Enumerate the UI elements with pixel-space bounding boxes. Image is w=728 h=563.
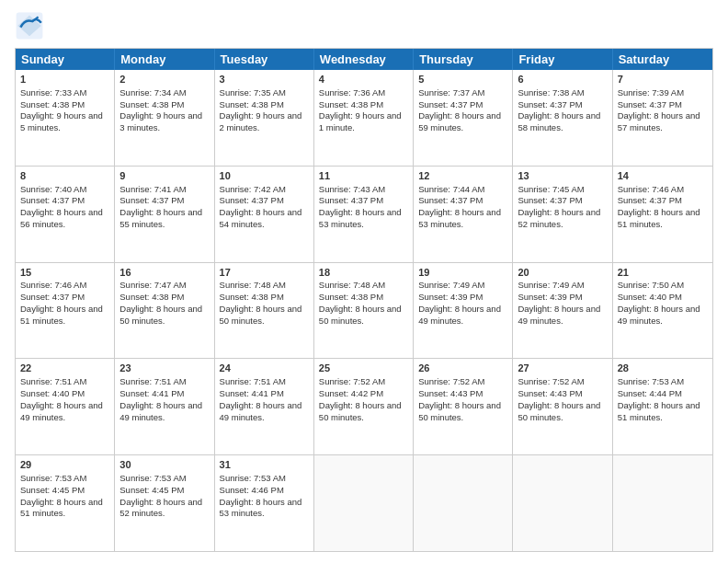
cell-sunset: Sunset: 4:37 PM bbox=[20, 292, 85, 302]
cell-day-number: 16 bbox=[119, 266, 209, 280]
cell-sunset: Sunset: 4:43 PM bbox=[518, 388, 582, 398]
logo bbox=[15, 11, 50, 40]
cell-sunrise: Sunrise: 7:43 AM bbox=[319, 184, 385, 194]
cell-sunset: Sunset: 4:38 PM bbox=[20, 99, 85, 109]
cell-daylight: Daylight: 9 hours and 3 minutes. bbox=[119, 110, 202, 132]
day-cell-31: 31Sunrise: 7:53 AMSunset: 4:46 PMDayligh… bbox=[215, 455, 314, 551]
cell-sunrise: Sunrise: 7:52 AM bbox=[418, 376, 484, 386]
cell-daylight: Daylight: 9 hours and 2 minutes. bbox=[220, 110, 302, 132]
page: SundayMondayTuesdayWednesdayThursdayFrid… bbox=[0, 0, 728, 563]
day-cell-13: 13Sunrise: 7:45 AMSunset: 4:37 PMDayligh… bbox=[513, 167, 612, 262]
cell-daylight: Daylight: 8 hours and 53 minutes. bbox=[319, 207, 402, 229]
day-header-monday: Monday bbox=[115, 49, 214, 70]
cell-day-number: 21 bbox=[618, 266, 708, 280]
cell-sunrise: Sunrise: 7:47 AM bbox=[119, 280, 186, 290]
cell-sunset: Sunset: 4:37 PM bbox=[618, 195, 682, 205]
day-cell-27: 27Sunrise: 7:52 AMSunset: 4:43 PMDayligh… bbox=[513, 359, 612, 454]
cell-sunrise: Sunrise: 7:39 AM bbox=[618, 87, 684, 98]
week-row-1: 8Sunrise: 7:40 AMSunset: 4:37 PMDaylight… bbox=[16, 167, 712, 263]
day-cell-2: 2Sunrise: 7:34 AMSunset: 4:38 PMDaylight… bbox=[115, 70, 214, 166]
cell-day-number: 5 bbox=[418, 73, 507, 86]
cell-daylight: Daylight: 8 hours and 52 minutes. bbox=[119, 497, 202, 519]
week-row-4: 29Sunrise: 7:53 AMSunset: 4:45 PMDayligh… bbox=[16, 455, 712, 551]
cell-day-number: 27 bbox=[518, 362, 607, 375]
cell-daylight: Daylight: 8 hours and 50 minutes. bbox=[119, 304, 202, 326]
cell-sunrise: Sunrise: 7:45 AM bbox=[518, 184, 584, 194]
cell-sunset: Sunset: 4:41 PM bbox=[220, 388, 284, 398]
cell-sunrise: Sunrise: 7:41 AM bbox=[119, 184, 186, 194]
cell-day-number: 31 bbox=[220, 458, 309, 472]
cell-sunset: Sunset: 4:37 PM bbox=[518, 195, 582, 205]
cell-daylight: Daylight: 8 hours and 50 minutes. bbox=[220, 304, 302, 326]
cell-daylight: Daylight: 8 hours and 58 minutes. bbox=[518, 110, 600, 132]
cell-day-number: 3 bbox=[220, 73, 309, 86]
cell-daylight: Daylight: 8 hours and 51 minutes. bbox=[20, 304, 103, 326]
cell-sunset: Sunset: 4:37 PM bbox=[220, 195, 284, 205]
day-cell-29: 29Sunrise: 7:53 AMSunset: 4:45 PMDayligh… bbox=[16, 455, 115, 551]
cell-day-number: 8 bbox=[20, 169, 109, 183]
cell-daylight: Daylight: 8 hours and 53 minutes. bbox=[220, 497, 302, 519]
cell-daylight: Daylight: 8 hours and 56 minutes. bbox=[20, 207, 103, 229]
day-cell-30: 30Sunrise: 7:53 AMSunset: 4:45 PMDayligh… bbox=[115, 455, 214, 551]
day-cell-21: 21Sunrise: 7:50 AMSunset: 4:40 PMDayligh… bbox=[613, 263, 712, 359]
cell-daylight: Daylight: 8 hours and 54 minutes. bbox=[220, 207, 302, 229]
cell-sunset: Sunset: 4:37 PM bbox=[20, 195, 85, 205]
cell-sunset: Sunset: 4:42 PM bbox=[319, 388, 383, 398]
cell-daylight: Daylight: 9 hours and 1 minute. bbox=[319, 110, 402, 132]
cell-sunset: Sunset: 4:37 PM bbox=[119, 195, 184, 205]
cell-day-number: 24 bbox=[220, 362, 309, 375]
day-cell-25: 25Sunrise: 7:52 AMSunset: 4:42 PMDayligh… bbox=[314, 359, 414, 454]
cell-daylight: Daylight: 8 hours and 55 minutes. bbox=[119, 207, 202, 229]
cell-sunset: Sunset: 4:41 PM bbox=[119, 388, 184, 398]
cell-day-number: 18 bbox=[319, 266, 408, 280]
cell-sunrise: Sunrise: 7:51 AM bbox=[119, 376, 186, 386]
cell-daylight: Daylight: 8 hours and 53 minutes. bbox=[418, 207, 501, 229]
cell-sunrise: Sunrise: 7:40 AM bbox=[20, 184, 86, 194]
day-header-tuesday: Tuesday bbox=[215, 49, 314, 70]
day-header-sunday: Sunday bbox=[16, 49, 115, 70]
cell-sunrise: Sunrise: 7:48 AM bbox=[220, 280, 286, 290]
day-cell-17: 17Sunrise: 7:48 AMSunset: 4:38 PMDayligh… bbox=[215, 263, 314, 359]
cell-sunrise: Sunrise: 7:46 AM bbox=[618, 184, 684, 194]
cell-sunset: Sunset: 4:37 PM bbox=[418, 99, 483, 109]
cell-daylight: Daylight: 8 hours and 49 minutes. bbox=[20, 400, 103, 422]
cell-day-number: 17 bbox=[220, 266, 309, 280]
cell-day-number: 9 bbox=[119, 169, 209, 183]
cell-sunrise: Sunrise: 7:36 AM bbox=[319, 87, 385, 98]
cell-daylight: Daylight: 8 hours and 49 minutes. bbox=[220, 400, 302, 422]
cell-daylight: Daylight: 8 hours and 50 minutes. bbox=[319, 400, 402, 422]
day-cell-24: 24Sunrise: 7:51 AMSunset: 4:41 PMDayligh… bbox=[215, 359, 314, 454]
cell-daylight: Daylight: 8 hours and 49 minutes. bbox=[518, 304, 600, 326]
cell-sunset: Sunset: 4:37 PM bbox=[618, 99, 682, 109]
day-header-friday: Friday bbox=[513, 49, 612, 70]
cell-day-number: 1 bbox=[20, 73, 109, 86]
cell-daylight: Daylight: 8 hours and 59 minutes. bbox=[418, 110, 501, 132]
logo-icon bbox=[15, 11, 44, 40]
cell-day-number: 13 bbox=[518, 169, 607, 183]
day-cell-28: 28Sunrise: 7:53 AMSunset: 4:44 PMDayligh… bbox=[613, 359, 712, 454]
day-header-wednesday: Wednesday bbox=[314, 49, 414, 70]
day-cell-8: 8Sunrise: 7:40 AMSunset: 4:37 PMDaylight… bbox=[16, 167, 115, 262]
cell-day-number: 23 bbox=[119, 362, 209, 375]
calendar: SundayMondayTuesdayWednesdayThursdayFrid… bbox=[15, 48, 713, 552]
week-row-3: 22Sunrise: 7:51 AMSunset: 4:40 PMDayligh… bbox=[16, 359, 712, 455]
cell-day-number: 22 bbox=[20, 362, 109, 375]
cell-daylight: Daylight: 8 hours and 51 minutes. bbox=[618, 207, 700, 229]
cell-sunrise: Sunrise: 7:33 AM bbox=[20, 87, 86, 98]
cell-sunset: Sunset: 4:45 PM bbox=[20, 485, 85, 495]
cell-sunset: Sunset: 4:38 PM bbox=[319, 292, 383, 302]
day-cell-9: 9Sunrise: 7:41 AMSunset: 4:37 PMDaylight… bbox=[115, 167, 214, 262]
day-cell-26: 26Sunrise: 7:52 AMSunset: 4:43 PMDayligh… bbox=[414, 359, 513, 454]
day-cell-23: 23Sunrise: 7:51 AMSunset: 4:41 PMDayligh… bbox=[115, 359, 214, 454]
calendar-body: 1Sunrise: 7:33 AMSunset: 4:38 PMDaylight… bbox=[16, 70, 712, 551]
day-cell-19: 19Sunrise: 7:49 AMSunset: 4:39 PMDayligh… bbox=[414, 263, 513, 359]
day-cell-11: 11Sunrise: 7:43 AMSunset: 4:37 PMDayligh… bbox=[314, 167, 414, 262]
cell-sunset: Sunset: 4:38 PM bbox=[119, 99, 184, 109]
cell-sunset: Sunset: 4:38 PM bbox=[319, 99, 383, 109]
empty-cell-4-5 bbox=[513, 455, 612, 551]
day-cell-6: 6Sunrise: 7:38 AMSunset: 4:37 PMDaylight… bbox=[513, 70, 612, 166]
empty-cell-4-6 bbox=[613, 455, 712, 551]
cell-daylight: Daylight: 8 hours and 51 minutes. bbox=[20, 497, 103, 519]
empty-cell-4-4 bbox=[414, 455, 513, 551]
cell-sunrise: Sunrise: 7:35 AM bbox=[220, 87, 286, 98]
